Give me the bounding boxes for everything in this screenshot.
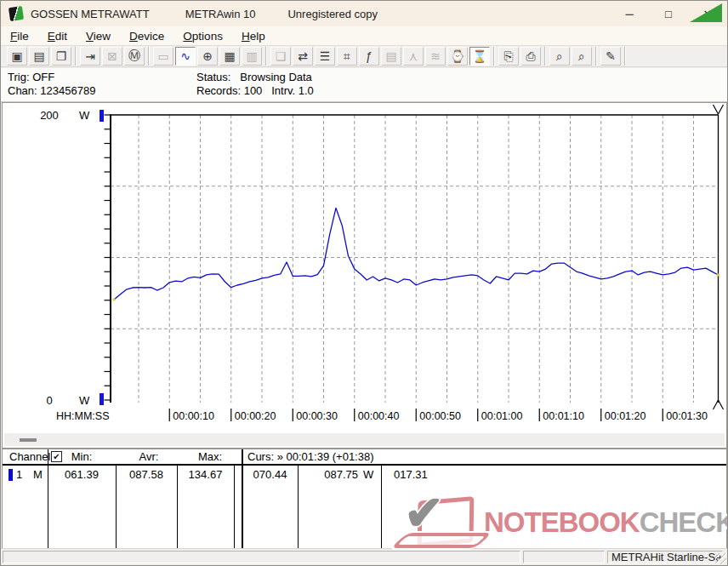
avr-header: Avr: xyxy=(123,450,174,463)
toolbar-separator xyxy=(148,47,150,66)
clock-icon[interactable]: ⌚ xyxy=(447,47,468,66)
unit-label: W xyxy=(363,468,373,481)
title-app-name: METRAwin 10 xyxy=(185,8,256,20)
cursor-bottom-handle[interactable] xyxy=(714,400,719,409)
cursor-header: Curs: » 00:01:39 (+01:38) xyxy=(247,450,374,463)
menu-options[interactable]: Options xyxy=(174,27,231,45)
export-icon[interactable]: ⇄ xyxy=(293,47,313,66)
new-window-icon: ❏ xyxy=(270,47,291,66)
x-tick-label: 00:01:00 xyxy=(481,410,523,422)
cursor-intersection-marker xyxy=(717,274,719,277)
save-icon[interactable]: ▣ xyxy=(7,47,27,66)
cursor-b-value: 087.75 xyxy=(299,468,358,481)
y-unit-label-top: W xyxy=(79,109,90,122)
y-range-marker xyxy=(100,110,104,122)
minimize-button[interactable]: ─ xyxy=(610,1,649,26)
clear-device-icon: ⊠ xyxy=(102,47,122,66)
status-section-main xyxy=(3,551,520,563)
title-brand: GOSSEN METRAWATT xyxy=(31,8,150,20)
status-section-secondary xyxy=(523,551,605,563)
toolbar-separator xyxy=(595,47,597,66)
x-tick-label: 00:01:30 xyxy=(666,410,708,422)
y-range-marker xyxy=(100,393,104,405)
cursor-delta-value: 017.31 xyxy=(394,468,428,481)
bar-view-icon: ▥ xyxy=(242,47,262,66)
cursor-bottom-handle[interactable] xyxy=(719,400,724,409)
max-header: Max: xyxy=(185,450,236,463)
toolbar-separator xyxy=(493,47,495,66)
toolbar-separator xyxy=(265,47,267,66)
memory-read-icon[interactable]: Ⓜ xyxy=(124,47,145,66)
cursor-top-handle[interactable] xyxy=(714,105,719,114)
stopwatch-icon[interactable]: ⌛ xyxy=(469,47,490,66)
menu-device[interactable]: Device xyxy=(121,27,173,45)
chart-panel: 00:00:1000:00:2000:00:3000:00:4000:00:50… xyxy=(2,102,727,449)
max-value: 134.67 xyxy=(178,468,233,481)
y-max-label: 200 xyxy=(40,109,59,122)
curve-view-icon[interactable]: ∿ xyxy=(175,47,196,66)
time-scrollbar-thumb[interactable] xyxy=(20,438,37,442)
status-line: Status: Browsing Data xyxy=(196,71,312,83)
print-preview-icon[interactable]: ⎘ xyxy=(498,47,519,66)
app-logo-icon xyxy=(9,6,24,21)
brand-corner-triangle xyxy=(690,3,722,22)
channel-table: Channel: Min: Avr: Max: Curs: » 00:01:39… xyxy=(2,449,727,549)
maximize-button[interactable]: □ xyxy=(649,1,688,26)
open-icon[interactable]: ❐ xyxy=(51,47,71,66)
power-chart[interactable]: 00:00:1000:00:2000:00:3000:00:4000:00:50… xyxy=(3,103,725,431)
minimize-icon: ─ xyxy=(625,8,633,20)
print-icon[interactable]: ⎙ xyxy=(520,47,541,66)
min-header: Min: xyxy=(56,450,107,463)
min-value: 061.39 xyxy=(48,468,115,481)
y-unit-label-bottom: W xyxy=(79,394,90,407)
table-header-row: Channel: Min: Avr: Max: Curs: » 00:01:39… xyxy=(3,449,726,466)
comment-icon[interactable]: ✎ xyxy=(600,47,621,66)
title-bar: GOSSEN METRAWATT METRAwin 10 Unregistere… xyxy=(1,1,727,26)
x-tick-label: 00:00:20 xyxy=(235,410,276,422)
status-bar: METRAHit Starline-Seri xyxy=(1,548,727,566)
read-device-icon[interactable]: ⇥ xyxy=(80,47,100,66)
y-min-label: 0 xyxy=(46,394,52,407)
channel-visible-checkbox[interactable]: ✔ xyxy=(51,451,62,462)
channel-list: Chan: 123456789 xyxy=(8,84,95,97)
menu-bar: FileEditViewDeviceOptionsHelp xyxy=(1,26,727,46)
x-tick-label: 00:00:10 xyxy=(173,410,214,422)
monitor-icon[interactable]: ⌗ xyxy=(337,47,357,66)
time-scrollbar[interactable] xyxy=(4,433,725,446)
cursor-a-value: 070.44 xyxy=(243,468,297,481)
formula-icon[interactable]: ƒ xyxy=(359,47,379,66)
zoom-amplitude-icon[interactable]: ⌕ xyxy=(572,47,592,66)
menu-file[interactable]: File xyxy=(2,27,37,45)
status-device-name: METRAHit Starline-Seri xyxy=(607,551,723,563)
device-config-icon: ▤ xyxy=(381,47,401,66)
time-format-label: HH:MM:SS xyxy=(56,410,110,422)
min-max-curve-icon: ⋏ xyxy=(403,47,424,66)
table-view-icon[interactable]: ▦ xyxy=(219,47,240,66)
maximize-icon: □ xyxy=(665,8,672,20)
trigger-status: Trig: OFF xyxy=(8,71,54,83)
title-license-note: Unregistered copy xyxy=(287,8,378,20)
menu-edit[interactable]: Edit xyxy=(39,27,76,45)
numeric-display-icon: ▭ xyxy=(153,47,173,66)
x-tick-label: 00:01:20 xyxy=(605,410,646,422)
channel-config-icon[interactable]: ☰ xyxy=(315,47,335,66)
x-tick-label: 00:00:50 xyxy=(419,410,461,422)
resize-grip[interactable] xyxy=(715,553,726,564)
channel-number: 1 xyxy=(16,468,22,481)
avr-value: 087.58 xyxy=(117,468,176,481)
cursor-intersection-marker xyxy=(113,299,116,301)
acquisition-info-bar: Trig: OFF Chan: 123456789 Status: Browsi… xyxy=(1,68,727,102)
x-tick-label: 00:00:40 xyxy=(358,410,400,422)
menu-help[interactable]: Help xyxy=(233,27,274,45)
save-as-icon[interactable]: ▤ xyxy=(29,47,49,66)
channel-mode: M xyxy=(33,468,43,481)
envelope-curve-icon: ≋ xyxy=(425,47,446,66)
cursor-top-handle[interactable] xyxy=(719,105,724,114)
toolbar-separator xyxy=(75,47,77,66)
records-line: Records: 100 Intrv. 1.0 xyxy=(196,84,314,97)
menu-view[interactable]: View xyxy=(77,27,119,45)
zoom-time-icon[interactable]: ⌕ xyxy=(549,47,570,66)
check-icon: ✔ xyxy=(53,452,60,461)
crosshair-icon[interactable]: ⊕ xyxy=(197,47,218,66)
toolbar: ▣▤❐⇥⊠Ⓜ▭∿⊕▦▥❏⇄☰⌗ƒ▤⋏≋⌚⌛⎘⎙⌕⌕✎ xyxy=(1,46,727,67)
